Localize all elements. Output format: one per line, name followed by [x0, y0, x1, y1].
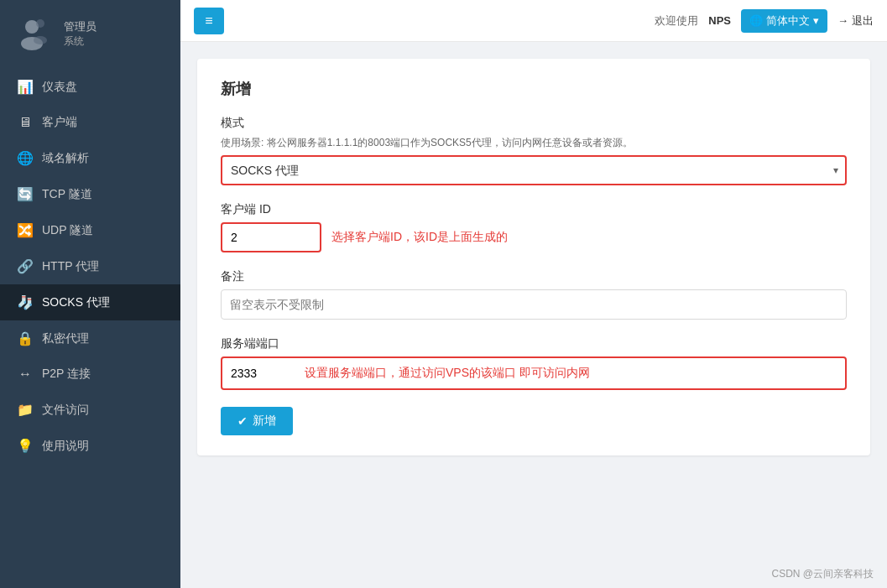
content: 新增 模式 使用场景: 将公网服务器1.1.1.1的8003端口作为SOCKS5… [180, 42, 887, 588]
remark-input[interactable] [221, 289, 847, 320]
http-icon: 🔗 [17, 258, 34, 274]
sidebar-item-label-tcp: TCP 隧道 [42, 187, 92, 202]
port-input[interactable] [231, 367, 298, 380]
sidebar-item-http[interactable]: 🔗HTTP 代理 [0, 248, 180, 284]
socks-icon: 🧦 [17, 294, 34, 310]
sidebar-item-label-http: HTTP 代理 [42, 259, 99, 274]
sidebar-item-label-dns: 域名解析 [42, 151, 89, 166]
sidebar-item-socks[interactable]: 🧦SOCKS 代理 [0, 284, 180, 320]
private-icon: 🔒 [17, 330, 34, 346]
page-title: 新增 [221, 79, 847, 99]
client-id-hint: 选择客户端ID，该ID是上面生成的 [331, 230, 508, 245]
welcome-text: 欢迎使用 [655, 13, 698, 29]
logout-button[interactable]: → 退出 [837, 13, 874, 29]
file-icon: 📁 [17, 402, 34, 418]
remark-label: 备注 [221, 269, 847, 284]
p2p-icon: ↔ [17, 367, 34, 382]
submit-label: 新增 [253, 414, 276, 429]
sidebar: 管理员 系统 📊仪表盘🖥客户端🌐域名解析🔄TCP 隧道🔀UDP 隧道🔗HTTP … [0, 0, 180, 588]
admin-title: 管理员 [64, 19, 97, 34]
sidebar-item-udp[interactable]: 🔀UDP 隧道 [0, 212, 180, 248]
dns-icon: 🌐 [17, 150, 34, 166]
check-icon: ✔ [237, 414, 248, 428]
mode-hint: 使用场景: 将公网服务器1.1.1.1的8003端口作为SOCKS5代理，访问内… [221, 136, 847, 150]
menu-toggle-button[interactable]: ≡ [194, 8, 224, 34]
sidebar-item-tcp[interactable]: 🔄TCP 隧道 [0, 176, 180, 212]
avatar-icon [17, 15, 54, 52]
admin-info: 管理员 系统 [64, 19, 97, 49]
port-hint: 设置服务端端口，通过访问VPS的该端口 即可访问内网 [305, 366, 590, 381]
globe-icon: 🌐 [749, 14, 763, 27]
dashboard-icon: 📊 [17, 79, 34, 95]
sidebar-item-label-dashboard: 仪表盘 [42, 80, 77, 95]
sidebar-item-label-client: 客户端 [42, 115, 77, 130]
svg-point-1 [36, 19, 44, 28]
sidebar-item-label-file: 文件访问 [42, 403, 89, 418]
tcp-icon: 🔄 [17, 186, 34, 202]
client-icon: 🖥 [17, 115, 34, 130]
sidebar-item-p2p[interactable]: ↔P2P 连接 [0, 356, 180, 392]
client-id-wrapper: 选择客户端ID，该ID是上面生成的 [221, 222, 847, 252]
remark-group: 备注 [221, 269, 847, 320]
port-group: 服务端端口 设置服务端端口，通过访问VPS的该端口 即可访问内网 [221, 336, 847, 390]
sidebar-item-private[interactable]: 🔒私密代理 [0, 320, 180, 356]
submit-button[interactable]: ✔ 新增 [221, 407, 293, 435]
logout-label: 退出 [852, 13, 874, 29]
client-id-input[interactable] [221, 222, 321, 252]
sidebar-header: 管理员 系统 [0, 0, 180, 62]
sidebar-item-dns[interactable]: 🌐域名解析 [0, 140, 180, 176]
sidebar-item-label-udp: UDP 隧道 [42, 223, 93, 238]
mode-select-wrapper: SOCKS 代理 HTTP 代理 ▾ [221, 155, 847, 185]
lang-label: 简体中文 [766, 13, 810, 29]
nps-text: NPS [708, 14, 731, 27]
help-icon: 💡 [17, 438, 34, 454]
topbar-right: 欢迎使用 NPS 🌐 简体中文 ▾ → 退出 [655, 9, 874, 33]
sidebar-item-client[interactable]: 🖥客户端 [0, 105, 180, 140]
footer-note: CSDN @云间亲客科技 [771, 567, 874, 581]
mode-select[interactable]: SOCKS 代理 HTTP 代理 [221, 155, 847, 185]
sidebar-item-label-private: 私密代理 [42, 331, 89, 346]
sidebar-item-help[interactable]: 💡使用说明 [0, 428, 180, 464]
sidebar-item-file[interactable]: 📁文件访问 [0, 392, 180, 428]
sidebar-item-label-p2p: P2P 连接 [42, 367, 91, 382]
chevron-down-icon: ▾ [813, 14, 819, 27]
form-card: 新增 模式 使用场景: 将公网服务器1.1.1.1的8003端口作为SOCKS5… [197, 59, 870, 455]
client-id-group: 客户端 ID 选择客户端ID，该ID是上面生成的 [221, 202, 847, 252]
lang-button[interactable]: 🌐 简体中文 ▾ [741, 9, 827, 33]
logout-icon: → [837, 14, 848, 27]
port-wrapper: 设置服务端端口，通过访问VPS的该端口 即可访问内网 [221, 356, 847, 390]
sidebar-item-dashboard[interactable]: 📊仪表盘 [0, 69, 180, 105]
port-label: 服务端端口 [221, 336, 847, 351]
admin-sub: 系统 [64, 34, 97, 49]
sidebar-nav: 📊仪表盘🖥客户端🌐域名解析🔄TCP 隧道🔀UDP 隧道🔗HTTP 代理🧦SOCK… [0, 69, 180, 464]
mode-label: 模式 [221, 116, 847, 131]
sidebar-item-label-help: 使用说明 [42, 439, 89, 454]
mode-group: 模式 使用场景: 将公网服务器1.1.1.1的8003端口作为SOCKS5代理，… [221, 116, 847, 185]
topbar: ≡ 欢迎使用 NPS 🌐 简体中文 ▾ → 退出 [180, 0, 887, 42]
sidebar-item-label-socks: SOCKS 代理 [42, 295, 110, 310]
client-id-label: 客户端 ID [221, 202, 847, 217]
main: ≡ 欢迎使用 NPS 🌐 简体中文 ▾ → 退出 新增 模式 使用场景: 将公网… [180, 0, 887, 588]
svg-point-3 [34, 36, 47, 44]
udp-icon: 🔀 [17, 222, 34, 238]
